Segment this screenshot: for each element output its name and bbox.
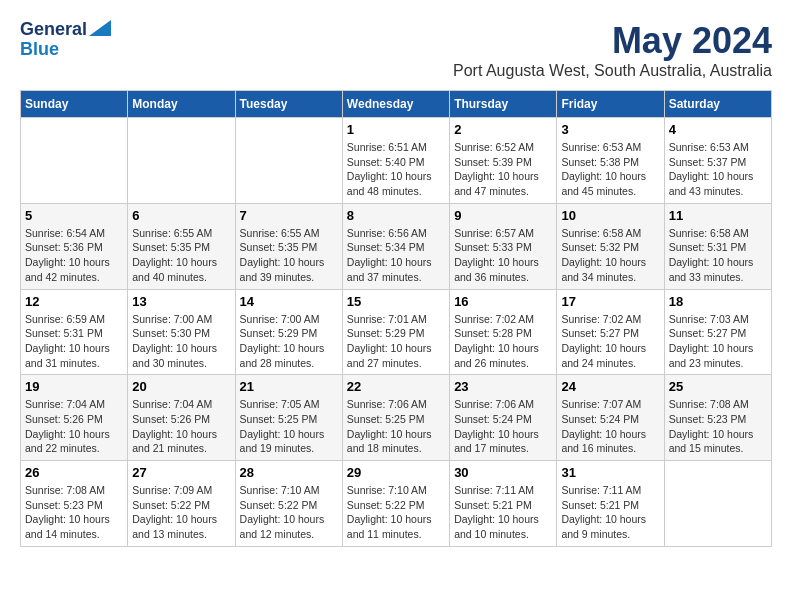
calendar-cell: 7Sunrise: 6:55 AM Sunset: 5:35 PM Daylig… [235,203,342,289]
calendar-cell: 6Sunrise: 6:55 AM Sunset: 5:35 PM Daylig… [128,203,235,289]
day-number: 17 [561,294,659,309]
day-info: Sunrise: 7:11 AM Sunset: 5:21 PM Dayligh… [561,483,659,542]
day-info: Sunrise: 7:10 AM Sunset: 5:22 PM Dayligh… [347,483,445,542]
day-info: Sunrise: 6:55 AM Sunset: 5:35 PM Dayligh… [240,226,338,285]
logo-general: General [20,20,87,40]
day-number: 9 [454,208,552,223]
day-info: Sunrise: 6:58 AM Sunset: 5:32 PM Dayligh… [561,226,659,285]
weekday-thursday: Thursday [450,91,557,118]
logo-icon [89,20,111,36]
calendar-week-2: 5Sunrise: 6:54 AM Sunset: 5:36 PM Daylig… [21,203,772,289]
day-number: 1 [347,122,445,137]
day-info: Sunrise: 7:11 AM Sunset: 5:21 PM Dayligh… [454,483,552,542]
weekday-wednesday: Wednesday [342,91,449,118]
month-title: May 2024 [453,20,772,62]
calendar-cell: 26Sunrise: 7:08 AM Sunset: 5:23 PM Dayli… [21,461,128,547]
day-number: 10 [561,208,659,223]
day-info: Sunrise: 6:53 AM Sunset: 5:37 PM Dayligh… [669,140,767,199]
calendar-cell: 25Sunrise: 7:08 AM Sunset: 5:23 PM Dayli… [664,375,771,461]
calendar-cell: 1Sunrise: 6:51 AM Sunset: 5:40 PM Daylig… [342,118,449,204]
day-info: Sunrise: 7:02 AM Sunset: 5:27 PM Dayligh… [561,312,659,371]
day-number: 3 [561,122,659,137]
day-number: 8 [347,208,445,223]
calendar-cell: 13Sunrise: 7:00 AM Sunset: 5:30 PM Dayli… [128,289,235,375]
day-number: 28 [240,465,338,480]
day-number: 21 [240,379,338,394]
calendar-cell: 16Sunrise: 7:02 AM Sunset: 5:28 PM Dayli… [450,289,557,375]
calendar-cell [664,461,771,547]
weekday-tuesday: Tuesday [235,91,342,118]
day-number: 18 [669,294,767,309]
day-info: Sunrise: 6:55 AM Sunset: 5:35 PM Dayligh… [132,226,230,285]
day-info: Sunrise: 7:05 AM Sunset: 5:25 PM Dayligh… [240,397,338,456]
day-info: Sunrise: 7:04 AM Sunset: 5:26 PM Dayligh… [25,397,123,456]
day-info: Sunrise: 7:00 AM Sunset: 5:29 PM Dayligh… [240,312,338,371]
day-number: 27 [132,465,230,480]
day-number: 19 [25,379,123,394]
day-number: 26 [25,465,123,480]
calendar-cell: 17Sunrise: 7:02 AM Sunset: 5:27 PM Dayli… [557,289,664,375]
day-info: Sunrise: 7:09 AM Sunset: 5:22 PM Dayligh… [132,483,230,542]
day-number: 6 [132,208,230,223]
calendar-cell: 27Sunrise: 7:09 AM Sunset: 5:22 PM Dayli… [128,461,235,547]
calendar-cell: 8Sunrise: 6:56 AM Sunset: 5:34 PM Daylig… [342,203,449,289]
calendar-cell: 28Sunrise: 7:10 AM Sunset: 5:22 PM Dayli… [235,461,342,547]
day-info: Sunrise: 7:03 AM Sunset: 5:27 PM Dayligh… [669,312,767,371]
day-info: Sunrise: 6:58 AM Sunset: 5:31 PM Dayligh… [669,226,767,285]
day-info: Sunrise: 7:04 AM Sunset: 5:26 PM Dayligh… [132,397,230,456]
calendar-week-5: 26Sunrise: 7:08 AM Sunset: 5:23 PM Dayli… [21,461,772,547]
day-info: Sunrise: 7:00 AM Sunset: 5:30 PM Dayligh… [132,312,230,371]
calendar-cell: 10Sunrise: 6:58 AM Sunset: 5:32 PM Dayli… [557,203,664,289]
day-number: 22 [347,379,445,394]
day-number: 4 [669,122,767,137]
logo: General Blue [20,20,111,60]
day-info: Sunrise: 6:56 AM Sunset: 5:34 PM Dayligh… [347,226,445,285]
page-header: General Blue May 2024 Port Augusta West,… [20,20,772,80]
calendar-cell: 19Sunrise: 7:04 AM Sunset: 5:26 PM Dayli… [21,375,128,461]
day-number: 31 [561,465,659,480]
day-number: 12 [25,294,123,309]
logo-blue: Blue [20,40,59,60]
calendar-cell: 4Sunrise: 6:53 AM Sunset: 5:37 PM Daylig… [664,118,771,204]
day-number: 24 [561,379,659,394]
day-info: Sunrise: 7:07 AM Sunset: 5:24 PM Dayligh… [561,397,659,456]
day-number: 11 [669,208,767,223]
day-number: 2 [454,122,552,137]
day-number: 25 [669,379,767,394]
calendar-cell: 31Sunrise: 7:11 AM Sunset: 5:21 PM Dayli… [557,461,664,547]
day-info: Sunrise: 7:02 AM Sunset: 5:28 PM Dayligh… [454,312,552,371]
day-info: Sunrise: 7:10 AM Sunset: 5:22 PM Dayligh… [240,483,338,542]
calendar-table: SundayMondayTuesdayWednesdayThursdayFrid… [20,90,772,547]
day-info: Sunrise: 6:57 AM Sunset: 5:33 PM Dayligh… [454,226,552,285]
day-number: 29 [347,465,445,480]
calendar-cell: 11Sunrise: 6:58 AM Sunset: 5:31 PM Dayli… [664,203,771,289]
day-number: 16 [454,294,552,309]
day-info: Sunrise: 7:01 AM Sunset: 5:29 PM Dayligh… [347,312,445,371]
calendar-week-1: 1Sunrise: 6:51 AM Sunset: 5:40 PM Daylig… [21,118,772,204]
location-title: Port Augusta West, South Australia, Aust… [453,62,772,80]
calendar-cell [235,118,342,204]
calendar-cell: 15Sunrise: 7:01 AM Sunset: 5:29 PM Dayli… [342,289,449,375]
day-number: 23 [454,379,552,394]
day-info: Sunrise: 6:54 AM Sunset: 5:36 PM Dayligh… [25,226,123,285]
day-info: Sunrise: 7:06 AM Sunset: 5:24 PM Dayligh… [454,397,552,456]
calendar-cell: 18Sunrise: 7:03 AM Sunset: 5:27 PM Dayli… [664,289,771,375]
day-number: 5 [25,208,123,223]
weekday-sunday: Sunday [21,91,128,118]
weekday-header-row: SundayMondayTuesdayWednesdayThursdayFrid… [21,91,772,118]
calendar-cell: 20Sunrise: 7:04 AM Sunset: 5:26 PM Dayli… [128,375,235,461]
calendar-cell: 2Sunrise: 6:52 AM Sunset: 5:39 PM Daylig… [450,118,557,204]
day-number: 20 [132,379,230,394]
day-number: 30 [454,465,552,480]
weekday-monday: Monday [128,91,235,118]
calendar-cell: 29Sunrise: 7:10 AM Sunset: 5:22 PM Dayli… [342,461,449,547]
day-info: Sunrise: 6:51 AM Sunset: 5:40 PM Dayligh… [347,140,445,199]
day-number: 14 [240,294,338,309]
calendar-cell: 12Sunrise: 6:59 AM Sunset: 5:31 PM Dayli… [21,289,128,375]
calendar-cell: 23Sunrise: 7:06 AM Sunset: 5:24 PM Dayli… [450,375,557,461]
calendar-cell: 24Sunrise: 7:07 AM Sunset: 5:24 PM Dayli… [557,375,664,461]
calendar-week-3: 12Sunrise: 6:59 AM Sunset: 5:31 PM Dayli… [21,289,772,375]
calendar-cell: 9Sunrise: 6:57 AM Sunset: 5:33 PM Daylig… [450,203,557,289]
calendar-cell: 30Sunrise: 7:11 AM Sunset: 5:21 PM Dayli… [450,461,557,547]
calendar-cell: 21Sunrise: 7:05 AM Sunset: 5:25 PM Dayli… [235,375,342,461]
